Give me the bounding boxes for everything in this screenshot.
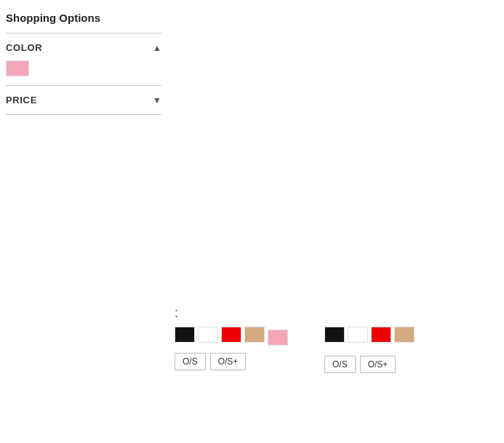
filter-panel-title: Shopping Options bbox=[6, 12, 161, 33]
filter-panel: Shopping Options COLOR ▲ PRICE ▼ bbox=[0, 0, 167, 127]
product-1-swatches bbox=[175, 327, 288, 346]
color-chevron-icon: ▲ bbox=[153, 43, 161, 53]
price-chevron-icon: ▼ bbox=[153, 95, 161, 105]
product-area: : O/S O/S+ . O/S O/S+ bbox=[175, 306, 415, 373]
price-section-label: PRICE bbox=[6, 95, 37, 105]
color-swatch-list bbox=[6, 60, 161, 76]
product-card-2: . O/S O/S+ bbox=[324, 306, 415, 373]
price-section-header[interactable]: PRICE ▼ bbox=[6, 95, 161, 105]
product-1-dot: : bbox=[175, 306, 288, 321]
product-1-swatch-black[interactable] bbox=[175, 327, 195, 343]
price-filter-section: PRICE ▼ bbox=[6, 86, 161, 115]
product-2-swatch-white[interactable] bbox=[348, 327, 368, 343]
product-2-size-os[interactable]: O/S bbox=[324, 356, 356, 373]
color-swatch-pink[interactable] bbox=[6, 60, 29, 76]
color-section-label: COLOR bbox=[6, 42, 42, 53]
product-1-swatch-tan[interactable] bbox=[244, 327, 265, 343]
product-1-swatch-white[interactable] bbox=[198, 327, 218, 343]
product-2-sizes: O/S O/S+ bbox=[324, 356, 415, 373]
product-1-sizes: O/S O/S+ bbox=[175, 353, 288, 370]
product-card-1: : O/S O/S+ bbox=[175, 306, 288, 373]
product-1-size-osplus[interactable]: O/S+ bbox=[210, 353, 247, 370]
product-2-swatch-red[interactable] bbox=[371, 327, 391, 343]
product-2-size-osplus[interactable]: O/S+ bbox=[360, 356, 396, 373]
product-1-swatch-red[interactable] bbox=[221, 327, 241, 343]
color-section-header[interactable]: COLOR ▲ bbox=[6, 42, 161, 53]
product-1-swatch-pink[interactable] bbox=[268, 330, 288, 346]
product-2-swatches bbox=[324, 327, 415, 343]
product-2-swatch-black[interactable] bbox=[324, 327, 345, 343]
product-2-swatch-tan[interactable] bbox=[394, 327, 415, 343]
product-1-size-os[interactable]: O/S bbox=[175, 353, 206, 370]
color-filter-section: COLOR ▲ bbox=[6, 33, 161, 86]
